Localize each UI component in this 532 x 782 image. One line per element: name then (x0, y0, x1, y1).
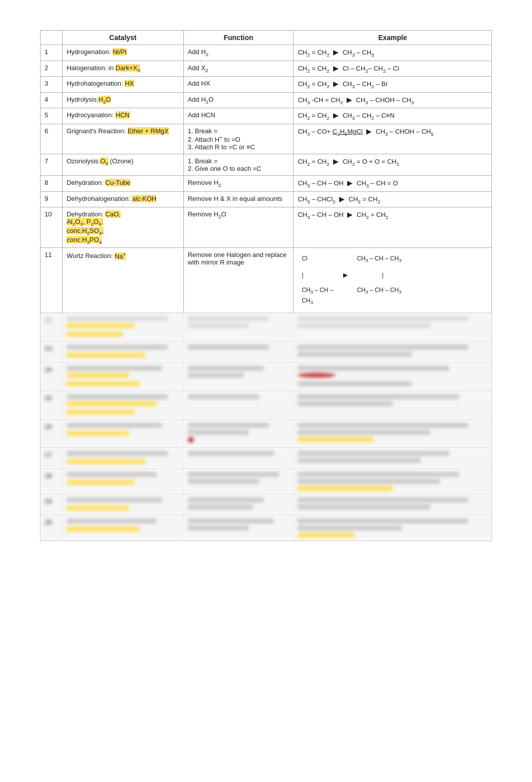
function-cell: Add HX (183, 77, 294, 93)
example-cell: CH3 – CH – OH ▶ CH3 – CH = O (294, 176, 492, 192)
catalyst-cell: Hydrogenation: Ni/Pt (62, 45, 183, 61)
table-row-blurred: 12 (41, 313, 492, 341)
table-row-blurred: 16 (41, 419, 492, 447)
row-num: 1 (41, 45, 63, 61)
highlight: alc·KOH (132, 195, 156, 202)
catalyst-cell: Dehydration: Cu-Tube (62, 176, 183, 192)
highlight: Ether + RMgX (128, 127, 169, 135)
row-num: 7 (41, 154, 63, 176)
header-function: Function (183, 31, 294, 45)
function-cell: Remove H2O (183, 207, 294, 248)
table-row: 11 Wurtz Reaction: Na+ Remove one Haloge… (41, 248, 492, 313)
example-cell: CH3 – CH – OH ▶ CH2 = CH2 (294, 207, 492, 248)
table-row: 1 Hydrogenation: Ni/Pt Add H2 CH2 = CH2 … (41, 45, 492, 61)
row-num: 8 (41, 176, 63, 192)
table-row: 3 Hydrohalogenation: HX Add HX CH2 = CH2… (41, 77, 492, 93)
table-row: 4 Hydrolysis:H2O Add H2O CH3 -CH = CH2 ▶… (41, 92, 492, 108)
table-row-blurred: 17 (41, 447, 492, 468)
table-row: 8 Dehydration: Cu-Tube Remove H2 CH3 – C… (41, 176, 492, 192)
highlight: Na+ (115, 252, 126, 260)
highlight: HX (125, 80, 134, 87)
function-cell: Add H2O (183, 92, 294, 108)
example-cell: CH3 – CHCl2 ▶ CH2 = CH2 (294, 191, 492, 207)
function-cell: Remove H2 (183, 176, 294, 192)
catalyst-cell: Grignard's Reaction: Ether + RMgX (62, 124, 183, 154)
reactions-table: Catalyst Function Example 1 Hydrogenatio… (40, 30, 492, 541)
catalyst-cell: Ozonolysis:O3 (Ozone) (62, 154, 183, 176)
catalyst-cell: Dehydrohalogenation: alc·KOH (62, 191, 183, 207)
example-cell: CH2 = CH2 ▶ CH2 = O + O = CH2 (294, 154, 492, 176)
table-row-blurred: 18 (41, 468, 492, 494)
row-num: 9 (41, 191, 63, 207)
example-cell: Cl CH3 – CH – CH3 | ▶ | CH3 – CH – CH3 (294, 248, 492, 313)
table-row: 6 Grignard's Reaction: Ether + RMgX 1. B… (41, 124, 492, 154)
row-num: 12 (41, 313, 63, 341)
example-cell: CH2 = CH2 ▶ CH3 – CH3 (294, 45, 492, 61)
function-cell: 1. Break = 2. Attach H+ to =O 3. Attach … (183, 124, 294, 154)
catalyst-cell: Hydrohalogenation: HX (62, 77, 183, 93)
row-num: 5 (41, 108, 63, 124)
catalyst-cell: Hydrolysis:H2O (62, 92, 183, 108)
highlight: Dark+X2 (116, 64, 140, 72)
row-num: 10 (41, 207, 63, 248)
table-row-blurred: 14 (41, 362, 492, 391)
highlight: O3 (100, 157, 108, 165)
function-cell (183, 313, 294, 341)
function-cell: Add X2 (183, 61, 294, 77)
function-cell: Remove H & X in equal amounts (183, 191, 294, 207)
header-example: Example (294, 31, 492, 45)
table-row: 2 Halogenation: in Dark+X2 Add X2 CH2 = … (41, 61, 492, 77)
table-row-blurred: 20 (41, 515, 492, 541)
header-catalyst: Catalyst (62, 31, 183, 45)
example-cell: CH2 = CH2 ▶ CH3 – CH2 – Br (294, 77, 492, 93)
highlight: CaO,Al2O3, P2O5,conc.H2SO4,conc.H3PO4 (67, 210, 121, 243)
function-cell: Add H2 (183, 45, 294, 61)
example-cell (294, 313, 492, 341)
example-cell: CH2 = CH2 ▶ Cl – CH2– CH2 – Cl (294, 61, 492, 77)
wurtz-diagram: Cl CH3 – CH – CH3 | ▶ | CH3 – CH – CH3 (298, 251, 487, 310)
catalyst-cell: Wurtz Reaction: Na+ (62, 248, 183, 313)
highlight: Cu-Tube (105, 179, 130, 186)
highlight: H2O (99, 96, 111, 103)
row-num: 6 (41, 124, 63, 154)
catalyst-cell: Dehydration: CaO,Al2O3, P2O5,conc.H2SO4,… (62, 207, 183, 248)
example-cell: CH3 – CO+ C2H5MgCl ▶ CH3 – CHOH – CH5 (294, 124, 492, 154)
function-cell: Remove one Halogen and replace with mirr… (183, 248, 294, 313)
function-cell: 1. Break = 2. Give one O to each =C (183, 154, 294, 176)
highlight: HCN (116, 111, 130, 119)
row-num: 2 (41, 61, 63, 77)
table-row: 9 Dehydrohalogenation: alc·KOH Remove H … (41, 191, 492, 207)
table-row-blurred: 13 (41, 341, 492, 362)
table-row: 10 Dehydration: CaO,Al2O3, P2O5,conc.H2S… (41, 207, 492, 248)
table-row: 5 Hydrocyanation: HCN Add HCN CH2 = CH2 … (41, 108, 492, 124)
row-num: 4 (41, 92, 63, 108)
row-num: 11 (41, 248, 63, 313)
catalyst-cell: Hydrocyanation: HCN (62, 108, 183, 124)
catalyst-cell (62, 313, 183, 341)
row-num: 3 (41, 77, 63, 93)
example-cell: CH2 = CH2 ▶ CH3 – CH2 – C≡N (294, 108, 492, 124)
table-row-blurred: 15 (41, 391, 492, 419)
example-cell: CH3 -CH = CH2 ▶ CH3 – CHOH – CH3 (294, 92, 492, 108)
highlight: Ni/Pt (113, 48, 127, 56)
function-cell: Add HCN (183, 108, 294, 124)
header-num (41, 31, 63, 45)
catalyst-cell: Halogenation: in Dark+X2 (62, 61, 183, 77)
table-row: 7 Ozonolysis:O3 (Ozone) 1. Break = 2. Gi… (41, 154, 492, 176)
table-row-blurred: 19 (41, 494, 492, 515)
